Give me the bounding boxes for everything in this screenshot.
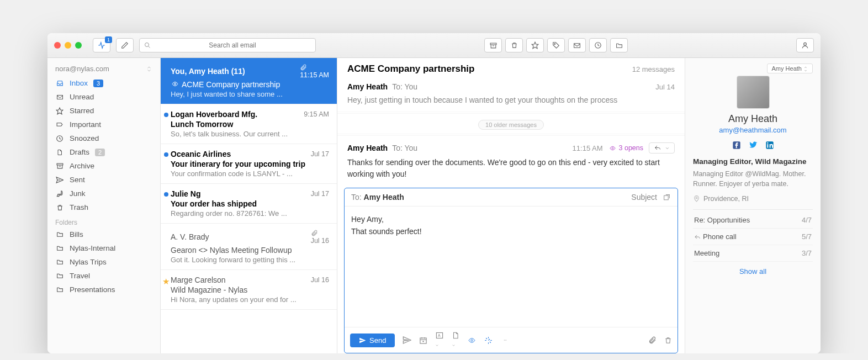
sidebar-item-junk[interactable]: Junk [47,187,160,200]
older-messages[interactable]: 10 older messages [337,116,685,133]
compose-to[interactable]: To: Amy Heath [351,193,404,202]
svg-line-31 [486,338,488,339]
thread-subject: Your order has shipped [171,199,329,208]
send-button[interactable]: Send [350,333,395,347]
compose-toolbar: Send A [345,327,678,353]
svg-marker-10 [56,108,63,114]
message-collapsed[interactable]: Amy HeathTo: You Jul 14 Hey, just gettin… [337,78,685,110]
svg-line-1 [149,46,150,48]
star-button[interactable] [526,38,544,52]
close-window[interactable] [54,42,61,49]
format-icon[interactable]: A [435,331,444,349]
sidebar-item-label: Junk [70,189,86,198]
profile-selector[interactable]: Amy Heath [767,63,813,73]
related-thread[interactable]: Meeting3/7 [693,245,813,262]
template-icon[interactable] [452,331,459,349]
reminder-icon[interactable] [484,336,493,345]
thread-time: Jul 16 [311,276,329,284]
subject-field[interactable]: Subject [631,193,657,202]
expand-icon [146,66,152,72]
thread-from: Logan Hoverboard Mfg. [171,110,257,119]
contact-location: Providence, RI [693,194,813,210]
unread-dot [164,152,168,157]
label-button[interactable] [547,38,565,52]
thread-item[interactable]: Julie Ng Jul 17Your order has shippedReg… [161,184,337,224]
contact-bio: Managing Editor @WildMag. Mother. Runner… [693,169,813,189]
thread-item[interactable]: A. V. Brady Jul 16Gearon <> Nylas Meetin… [161,224,337,270]
tracking-icon[interactable] [467,337,477,344]
contact-name: Amy Heath [693,113,813,125]
svg-point-26 [471,339,473,341]
search-input[interactable] [154,41,311,49]
folder-travel[interactable]: Travel [47,269,160,283]
discard-icon[interactable] [664,336,672,345]
facebook-icon[interactable] [732,141,741,150]
account-label[interactable]: nora@nylas.com [47,62,160,76]
contact-email[interactable]: amy@heathmail.com [693,126,813,134]
contact-title: Managing Editor, Wild Magazine [693,157,813,166]
svg-rect-6 [574,43,580,47]
sidebar-item-drafts[interactable]: Drafts2 [47,145,160,159]
attach-icon[interactable] [648,336,657,345]
thread-preview: Got it. Looking forward to getting this … [171,256,329,264]
snooze-button[interactable] [589,38,607,52]
toolbar-actions [484,38,628,52]
schedule-icon[interactable] [419,336,427,345]
thread-time: Jul 17 [311,190,329,198]
folder-nylas-trips[interactable]: Nylas Trips [47,255,160,269]
sidebar-item-label: Trash [70,203,88,211]
folder-label: Nylas-Internal [70,244,115,252]
linkedin-icon[interactable] [765,141,774,150]
minimize-window[interactable] [65,42,71,49]
twitter-icon[interactable] [749,141,758,150]
thread-item[interactable]: ★Marge Carelson Jul 16Wild Magazine - Ny… [161,270,337,310]
sidebar-item-inbox[interactable]: Inbox3 [47,76,160,90]
archive-button[interactable] [484,38,502,52]
star-icon[interactable]: ★ [162,277,170,287]
tag-icon [55,121,64,128]
folder-icon [55,258,64,266]
trash-button[interactable] [505,38,523,52]
sidebar-item-unread[interactable]: Unread [47,90,160,104]
activity-button[interactable]: 1 [93,38,110,52]
sidebar-item-sent[interactable]: Sent [47,173,160,187]
show-all-link[interactable]: Show all [693,262,813,281]
svg-point-35 [506,340,507,341]
related-thread[interactable]: Phone call5/7 [693,229,813,245]
move-button[interactable] [610,38,628,52]
sidebar-item-archive[interactable]: Archive [47,159,160,173]
thread-preview: So, let's talk business. Our current ... [171,130,329,138]
compose-button[interactable] [116,38,134,52]
thread-item[interactable]: Oceanic Airlines Jul 17Your itinerary fo… [161,144,337,184]
svg-rect-17 [664,195,669,200]
mark-read-button[interactable] [568,38,586,52]
popout-icon[interactable] [663,194,671,201]
svg-point-16 [612,147,613,149]
more-icon[interactable] [500,338,510,342]
thread-preview: Hey, I just wanted to share some ... [171,90,329,98]
thread-item[interactable]: Logan Hoverboard Mfg. 9:15 AMLunch Tomor… [161,104,337,144]
folder-nylas-internal[interactable]: Nylas-Internal [47,241,160,255]
trash-icon [55,204,64,211]
reply-dropdown[interactable] [649,142,675,153]
compose-body[interactable]: Hey Amy,That sounds perfect! [345,207,678,327]
folder-bills[interactable]: Bills [47,227,160,241]
folder-presentations[interactable]: Presentations [47,283,160,297]
folder-icon [55,286,64,293]
sidebar-item-trash[interactable]: Trash [47,200,160,214]
account-button[interactable] [796,38,814,52]
window-controls [54,42,82,49]
thread-subject: Lunch Tomorrow [171,120,329,129]
open-tracking[interactable]: 3 opens [608,144,643,152]
sidebar-item-starred[interactable]: Starred [47,104,160,118]
thumbdown-icon [55,190,64,198]
sidebar-item-important[interactable]: Important [47,118,160,131]
thread-item[interactable]: You, Amy Heath (11) 11:15 AMACME Company… [161,58,337,104]
search-field[interactable] [139,38,316,52]
thread-from: You, Amy Heath (11) [171,67,245,76]
sidebar-item-snoozed[interactable]: Snoozed [47,131,160,145]
folder-label: Nylas Trips [70,258,107,266]
zoom-window[interactable] [75,42,82,49]
send-later-icon[interactable] [403,336,411,345]
related-thread[interactable]: Re: Opportunities4/7 [693,212,813,229]
